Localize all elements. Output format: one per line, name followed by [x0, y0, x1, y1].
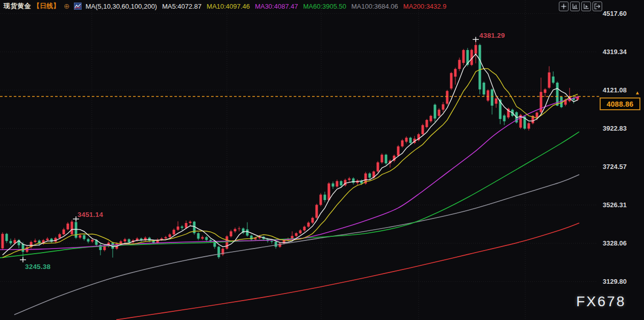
candle-body — [299, 230, 302, 233]
candle-body — [59, 234, 61, 238]
candle-body — [238, 229, 241, 229]
candle-body — [2, 234, 4, 248]
candle-body — [528, 123, 530, 129]
candlestick-chart-canvas[interactable] — [0, 0, 644, 320]
candle-body — [454, 69, 457, 77]
candle-body — [22, 244, 24, 252]
ma-legend-item: MA200:3432.9 — [403, 3, 447, 10]
candle-body — [91, 240, 94, 241]
candle-body — [124, 239, 126, 241]
candle-body — [34, 240, 37, 242]
candle-body — [246, 230, 249, 236]
ma200-line — [116, 223, 579, 320]
extreme-price-label: 3245.38 — [25, 263, 50, 270]
candle-body — [446, 91, 449, 104]
candle-body — [352, 179, 355, 183]
ma30-line — [0, 96, 579, 250]
candle-body — [426, 120, 428, 127]
chart-axis-play-icon[interactable] — [581, 2, 591, 11]
candle-body — [348, 179, 351, 180]
chart-axis-bars-icon[interactable] — [570, 2, 580, 11]
candle-body — [503, 115, 506, 121]
extreme-price-label: 3451.14 — [78, 211, 103, 218]
price-up-arrow-icon: ▲ — [635, 90, 640, 95]
candle-body — [544, 89, 547, 93]
candle-body — [271, 241, 273, 242]
ma-legend-item: MA60:3905.50 — [303, 3, 346, 10]
candle-body — [169, 234, 171, 237]
ma-legend-item: MA5:4072.87 — [162, 3, 201, 10]
chart-window: 现货黄金 【日线】 ⊕ MA(5,10,30,60,100,200)MA5:40… — [0, 0, 644, 320]
candle-body — [540, 92, 543, 112]
candle-body — [377, 162, 379, 171]
candle-body — [189, 221, 192, 223]
candle-body — [458, 60, 461, 69]
add-indicator-icon[interactable]: ⊕ — [64, 3, 70, 10]
crosshair-move-icon[interactable] — [559, 2, 569, 11]
candle-body — [83, 235, 86, 239]
candle-body — [442, 104, 445, 110]
chart-toolbar — [559, 2, 602, 11]
candle-body — [316, 205, 318, 217]
candle-body — [332, 183, 334, 186]
candle-body — [67, 224, 69, 229]
candle-body — [328, 183, 330, 200]
extreme-price-label: 4381.29 — [479, 32, 505, 39]
ma-legend-item: MA100:3684.06 — [351, 3, 398, 10]
ma100-line — [14, 175, 579, 315]
candle-body — [397, 146, 400, 156]
last-price-tag: 4088.86 — [600, 97, 640, 110]
candle-body — [536, 113, 538, 118]
candle-body — [210, 240, 212, 241]
candle-body — [197, 233, 200, 239]
candle-body — [405, 138, 408, 142]
price-axis-label: 4319.34 — [603, 48, 627, 56]
candle-body — [218, 247, 220, 257]
candle-body — [495, 99, 498, 104]
candle-body — [369, 174, 371, 178]
candle-body — [173, 230, 175, 234]
candle-body — [434, 105, 436, 118]
candle-body — [381, 155, 383, 162]
candle-body — [438, 110, 441, 116]
candle-body — [75, 222, 78, 238]
candle-body — [104, 246, 106, 250]
candle-body — [291, 236, 294, 238]
candle-body — [385, 155, 388, 163]
candle-body — [46, 239, 49, 240]
price-axis-label: 4121.08 — [603, 86, 627, 94]
candle-body — [230, 231, 233, 236]
candle-body — [185, 223, 188, 228]
candle-body — [487, 90, 490, 101]
price-axis-label: 3526.31 — [603, 201, 627, 209]
candle-body — [79, 235, 82, 238]
chart-type-icon — [74, 3, 82, 10]
candle-body — [324, 194, 326, 200]
price-axis-label: 3129.80 — [603, 278, 627, 285]
candle-body — [10, 241, 12, 243]
chart-header: 现货黄金 【日线】 ⊕ MA(5,10,30,60,100,200)MA5:40… — [4, 2, 446, 11]
candle-body — [409, 138, 412, 143]
candle-body — [177, 227, 179, 230]
ma-legend-item: MA30:4087.47 — [255, 3, 298, 10]
candle-body — [279, 243, 281, 247]
candle-body — [479, 45, 481, 89]
candle-body — [181, 227, 184, 228]
fx678-watermark: FX678 — [576, 293, 626, 310]
price-axis-label: 3328.06 — [603, 239, 627, 247]
candle-body — [430, 116, 432, 121]
extreme-cross-marker — [20, 257, 26, 262]
last-price-value: 4088.86 — [607, 100, 634, 108]
candle-body — [226, 236, 228, 249]
candle-body — [275, 242, 277, 247]
candle-body — [87, 239, 90, 241]
ma60-line — [0, 132, 579, 258]
candle-body — [340, 181, 343, 185]
instrument-title: 现货黄金 — [4, 2, 31, 11]
pop-out-arrow-icon[interactable] — [593, 2, 602, 11]
candle-body — [307, 223, 310, 227]
candle-body — [336, 181, 339, 187]
candle-body — [462, 50, 465, 63]
price-axis-label: 3724.57 — [603, 163, 627, 170]
candle-body — [548, 72, 551, 88]
